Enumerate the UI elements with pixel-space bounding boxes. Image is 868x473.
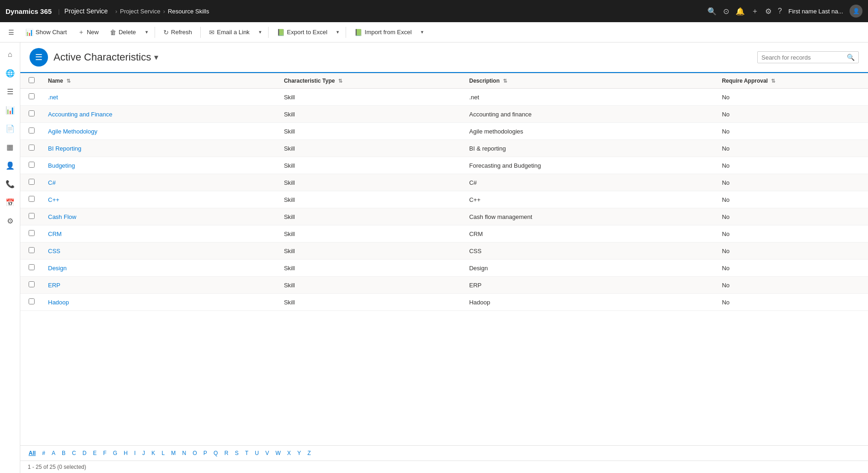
row-name[interactable]: .net [42,89,278,106]
sidebar-person-icon[interactable]: 👤 [2,157,18,174]
alpha-btn-u[interactable]: U [252,449,262,458]
row-checkbox[interactable] [29,127,35,133]
row-checkbox-cell[interactable] [20,225,42,243]
select-all-checkbox[interactable] [29,77,35,83]
hamburger-button[interactable]: ☰ [4,26,19,38]
row-name[interactable]: C++ [42,191,278,208]
alpha-btn-y[interactable]: Y [294,449,304,458]
row-checkbox[interactable] [29,213,35,219]
delete-dropdown-button[interactable]: ▾ [143,27,151,37]
alpha-btn-k[interactable]: K [149,449,158,458]
breadcrumb-item-1[interactable]: Project Service [120,8,160,15]
alpha-btn-p[interactable]: P [201,449,210,458]
row-checkbox-cell[interactable] [20,208,42,225]
new-button[interactable]: ＋ New [73,26,103,39]
row-checkbox-cell[interactable] [20,191,42,208]
row-checkbox-cell[interactable] [20,89,42,106]
email-dropdown-button[interactable]: ▾ [256,27,264,37]
alpha-btn-b[interactable]: B [59,449,68,458]
row-checkbox-cell[interactable] [20,174,42,191]
import-excel-button[interactable]: 📗 Import from Excel [350,26,416,38]
sidebar-chart-icon[interactable]: 📊 [2,102,18,118]
row-checkbox[interactable] [29,110,35,116]
row-checkbox[interactable] [29,162,35,168]
row-checkbox-cell[interactable] [20,106,42,123]
alpha-btn-#[interactable]: # [39,449,48,458]
alpha-btn-e[interactable]: E [90,449,99,458]
row-checkbox-cell[interactable] [20,157,42,174]
alpha-btn-q[interactable]: Q [211,449,221,458]
alpha-btn-all[interactable]: All [26,449,38,458]
alpha-btn-t[interactable]: T [242,449,251,458]
row-name[interactable]: ERP [42,277,278,294]
row-checkbox[interactable] [29,145,35,151]
avatar-icon[interactable]: 👤 [850,5,862,18]
row-checkbox[interactable] [29,230,35,236]
description-column-header[interactable]: Description ⇅ [464,73,717,89]
row-checkbox[interactable] [29,196,35,202]
row-checkbox[interactable] [29,247,35,253]
row-name[interactable]: C# [42,174,278,191]
email-link-button[interactable]: ✉ Email a Link [204,26,254,38]
search-box[interactable]: 🔍 [757,51,859,63]
alpha-btn-c[interactable]: C [69,449,79,458]
alpha-btn-i[interactable]: I [132,449,138,458]
table-container[interactable]: Name ⇅ Characteristic Type ⇅ Description… [20,73,868,445]
select-all-header[interactable] [20,73,42,89]
alpha-btn-h[interactable]: H [121,449,131,458]
sidebar-document-icon[interactable]: 📄 [2,120,18,137]
alpha-btn-v[interactable]: V [263,449,272,458]
alpha-btn-n[interactable]: N [180,449,189,458]
import-dropdown-button[interactable]: ▾ [418,27,426,37]
row-name[interactable]: Accounting and Finance [42,106,278,123]
sidebar-home-icon[interactable]: ⌂ [2,46,18,63]
alpha-btn-r[interactable]: R [221,449,231,458]
alpha-btn-m[interactable]: M [168,449,179,458]
alpha-btn-j[interactable]: J [139,449,148,458]
target-icon[interactable]: ⊙ [723,7,729,16]
row-name[interactable]: Budgeting [42,157,278,174]
row-checkbox-cell[interactable] [20,294,42,311]
export-excel-button[interactable]: 📗 Export to Excel [272,26,332,38]
sidebar-globe-icon[interactable]: 🌐 [2,65,18,81]
row-checkbox[interactable] [29,179,35,185]
alpha-btn-f[interactable]: F [100,449,109,458]
help-icon[interactable]: ? [778,7,782,15]
alpha-btn-z[interactable]: Z [305,449,313,458]
export-dropdown-button[interactable]: ▾ [334,27,342,37]
show-chart-button[interactable]: 📊 Show Chart [21,26,72,38]
alpha-btn-x[interactable]: X [284,449,293,458]
type-column-header[interactable]: Characteristic Type ⇅ [278,73,464,89]
alpha-btn-d[interactable]: D [80,449,90,458]
row-checkbox[interactable] [29,298,35,304]
row-checkbox[interactable] [29,281,35,287]
sidebar-settings-icon[interactable]: ⚙ [2,212,18,229]
alpha-btn-w[interactable]: W [273,449,283,458]
row-checkbox-cell[interactable] [20,243,42,260]
page-title-dropdown-button[interactable]: ▾ [154,52,158,62]
alpha-btn-g[interactable]: G [110,449,120,458]
search-input[interactable] [761,54,844,61]
sidebar-calendar-icon[interactable]: 📅 [2,194,18,211]
user-label[interactable]: First name Last na... [789,8,844,15]
row-name[interactable]: CSS [42,243,278,260]
plus-icon[interactable]: ＋ [751,6,759,16]
search-icon[interactable]: 🔍 [847,54,855,61]
row-checkbox-cell[interactable] [20,277,42,294]
row-name[interactable]: Design [42,260,278,277]
row-name[interactable]: CRM [42,225,278,243]
settings-icon[interactable]: ⚙ [765,7,772,16]
row-checkbox-cell[interactable] [20,260,42,277]
row-checkbox-cell[interactable] [20,123,42,140]
alpha-btn-s[interactable]: S [232,449,241,458]
alpha-btn-l[interactable]: L [159,449,168,458]
row-name[interactable]: Cash Flow [42,208,278,225]
sidebar-menu-icon[interactable]: ☰ [2,83,18,100]
row-checkbox-cell[interactable] [20,140,42,157]
row-checkbox[interactable] [29,264,35,270]
brand-label[interactable]: Dynamics 365 [6,7,52,15]
row-name[interactable]: Agile Methodology [42,123,278,140]
refresh-button[interactable]: ↻ Refresh [159,26,197,38]
delete-button[interactable]: 🗑 Delete [105,26,141,38]
row-name[interactable]: Hadoop [42,294,278,311]
